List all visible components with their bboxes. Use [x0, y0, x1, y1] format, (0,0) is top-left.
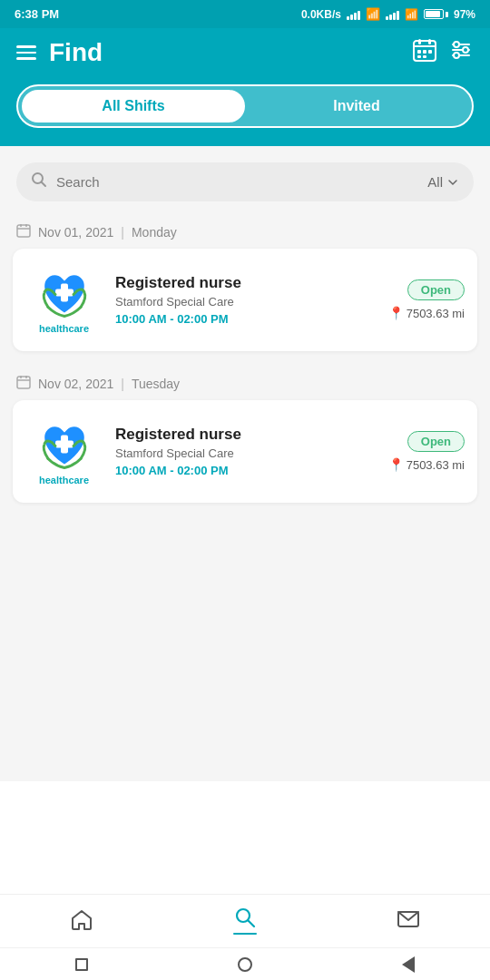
search-icon [31, 172, 47, 192]
network-speed: 0.0KB/s [301, 8, 341, 21]
svg-rect-26 [25, 376, 27, 378]
shift-day-2: Tuesday [132, 377, 180, 391]
svg-rect-8 [423, 55, 426, 58]
svg-rect-5 [423, 50, 426, 54]
signal-bars-2 [386, 9, 399, 20]
calendar-icon[interactable] [412, 37, 437, 68]
svg-point-14 [454, 53, 459, 58]
shift-card-2[interactable]: healthcare Registered nurse Stamford Spe… [13, 400, 477, 503]
tab-all-shifts[interactable]: All Shifts [22, 90, 245, 122]
pin-icon-2: 📍 [388, 457, 404, 472]
header-icons [412, 37, 474, 68]
page-title: Find [49, 38, 103, 67]
signal-bars [347, 9, 360, 20]
search-filter-dropdown[interactable]: All [427, 174, 459, 190]
android-home[interactable] [238, 957, 252, 972]
date-header-1: Nov 01, 2021 | Monday [0, 211, 490, 249]
svg-rect-7 [417, 55, 421, 58]
svg-rect-25 [20, 376, 22, 378]
android-recents[interactable] [75, 958, 88, 971]
menu-button[interactable] [16, 45, 36, 60]
wifi-icon: 📶 [405, 8, 418, 21]
shift-time-2: 10:00 AM - 02:00 PM [115, 464, 376, 477]
filter-label: All [427, 174, 443, 190]
distance-2: 📍 7503.63 mi [388, 457, 465, 472]
shift-title-2: Registered nurse [115, 426, 376, 444]
tabs: All Shifts Invited [16, 84, 474, 128]
shift-time-1: 10:00 AM - 02:00 PM [115, 312, 376, 326]
calendar-small-icon [16, 223, 31, 241]
distance-value-1: 7503.63 mi [407, 307, 465, 320]
status-icons: 0.0KB/s 📶 📶 97% [301, 7, 475, 21]
open-badge-1: Open [407, 279, 465, 300]
android-nav [0, 947, 490, 980]
svg-rect-17 [17, 225, 30, 237]
svg-rect-1 [418, 39, 421, 44]
healthcare-logo-1: healthcare [25, 261, 103, 338]
nav-search[interactable] [233, 906, 257, 936]
search-input[interactable] [56, 174, 418, 190]
svg-rect-23 [17, 377, 30, 388]
open-badge-2: Open [407, 431, 465, 452]
pin-icon-1: 📍 [388, 306, 404, 320]
date-header-2: Nov 02, 2021 | Tuesday [0, 362, 490, 400]
svg-rect-20 [25, 224, 27, 227]
battery-percent: 97% [454, 8, 475, 21]
shift-info-1: Registered nurse Stamford Special Care 1… [115, 274, 376, 326]
hc-label-2: healthcare [39, 475, 89, 485]
svg-line-30 [249, 920, 255, 926]
battery-icon [424, 9, 448, 19]
bottom-nav [0, 894, 490, 948]
shift-status-1: Open 📍 7503.63 mi [388, 279, 465, 320]
healthcare-logo-2: healthcare [25, 413, 103, 490]
distance-value-2: 7503.63 mi [407, 458, 465, 472]
svg-rect-2 [428, 39, 431, 44]
time: 6:38 PM [15, 7, 59, 21]
shift-company-1: Stamford Special Care [115, 295, 376, 309]
sim-icon: 📶 [366, 7, 380, 21]
search-bar: All [16, 162, 474, 201]
android-back[interactable] [402, 956, 415, 973]
shift-title-1: Registered nurse [115, 274, 376, 292]
date-sep-1: | [121, 225, 124, 240]
svg-rect-19 [20, 224, 22, 227]
search-container: All [0, 146, 490, 211]
date-sep-2: | [121, 377, 124, 391]
nav-search-underline [233, 933, 257, 936]
calendar-small-icon-2 [16, 375, 31, 393]
tabs-container: All Shifts Invited [0, 84, 490, 146]
status-bar: 6:38 PM 0.0KB/s 📶 📶 97% [0, 0, 490, 28]
shift-status-2: Open 📍 7503.63 mi [388, 431, 465, 472]
shift-date-1: Nov 01, 2021 [38, 225, 113, 240]
shift-card-1[interactable]: healthcare Registered nurse Stamford Spe… [13, 249, 477, 351]
svg-line-16 [42, 182, 46, 187]
tab-invited[interactable]: Invited [245, 90, 468, 122]
svg-point-12 [454, 42, 459, 47]
header: Find [0, 28, 490, 84]
distance-1: 📍 7503.63 mi [388, 306, 465, 320]
svg-rect-6 [428, 50, 432, 54]
nav-home[interactable] [70, 908, 93, 932]
svg-rect-22 [55, 289, 74, 296]
hc-label-1: healthcare [39, 323, 89, 334]
shift-info-2: Registered nurse Stamford Special Care 1… [115, 426, 376, 477]
shift-day-1: Monday [132, 225, 177, 240]
content-area: All Nov 01, 2021 | Monday [0, 146, 490, 781]
svg-point-13 [463, 47, 468, 53]
svg-rect-4 [417, 50, 421, 54]
svg-rect-28 [55, 440, 74, 447]
filter-icon[interactable] [448, 37, 474, 68]
shift-date-2: Nov 02, 2021 [38, 377, 113, 391]
shift-company-2: Stamford Special Care [115, 446, 376, 460]
nav-messages[interactable] [397, 908, 420, 932]
